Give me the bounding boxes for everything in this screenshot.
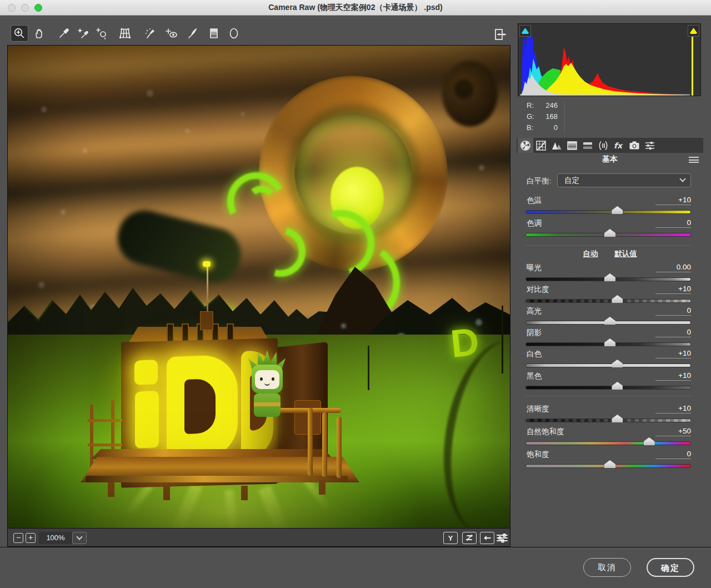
blacks-track[interactable] (526, 386, 690, 389)
white-balance-tool-button[interactable] (56, 26, 72, 41)
ok-button[interactable]: 确定 (647, 558, 694, 577)
temperature-value[interactable]: +10 (655, 196, 691, 205)
contrast-thumb[interactable] (612, 295, 623, 303)
before-after-view-button[interactable]: Y (443, 532, 458, 544)
tab-camera-calibration[interactable] (627, 138, 642, 153)
tab-split-toning[interactable] (580, 138, 595, 153)
zoom-in-button[interactable]: + (26, 533, 36, 543)
slider-tint: 色调 0 (517, 218, 703, 241)
tab-effects[interactable]: fx (611, 138, 627, 153)
swap-icon (465, 534, 474, 542)
tab-hsl-grayscale[interactable] (564, 138, 580, 153)
tab-presets[interactable] (642, 138, 658, 153)
adjustments-panel: R:246 G:168 B:0 fx (517, 22, 703, 547)
swap-before-after-button[interactable] (462, 532, 477, 544)
highlights-value[interactable]: 0 (655, 306, 691, 316)
tab-detail[interactable] (549, 138, 564, 153)
slider-saturation: 饱和度 0 (517, 450, 703, 472)
shadow-clipping-button[interactable] (519, 25, 531, 37)
vibrance-track[interactable] (526, 442, 690, 445)
panel-tabs: fx (517, 138, 703, 153)
preview-preferences-button[interactable] (494, 532, 510, 544)
sliders-icon (496, 533, 508, 543)
toggle-fullscreen-button[interactable] (491, 27, 509, 42)
zoom-tool-button[interactable] (11, 26, 28, 41)
panel-menu-icon[interactable] (689, 157, 699, 163)
transform-tool-button[interactable] (117, 26, 133, 41)
zoom-icon (13, 27, 26, 40)
zoom-out-button[interactable]: − (13, 533, 23, 543)
adjustment-brush-tool-button[interactable] (184, 26, 201, 41)
slider-exposure: 曝光 0.00 (517, 263, 703, 285)
shadow-clipping-icon (522, 28, 529, 34)
slider-highlights: 高光 0 (517, 306, 703, 328)
rgb-readout-g: G:168 (527, 112, 558, 121)
vibrance-value[interactable]: +50 (655, 427, 691, 436)
preview-statusbar: − + 100% Y (8, 528, 510, 546)
camera-icon (628, 139, 640, 152)
histogram[interactable] (518, 23, 701, 96)
saturation-thumb[interactable] (604, 460, 615, 468)
exposure-value[interactable]: 0.00 (655, 263, 691, 272)
whites-value[interactable]: +10 (655, 349, 691, 358)
svg-text:fx: fx (614, 141, 623, 150)
graduated-filter-tool-button[interactable] (206, 26, 222, 41)
blacks-value[interactable]: +10 (655, 371, 691, 381)
rgb-readout-b: B:0 (527, 123, 558, 132)
temperature-track[interactable] (526, 211, 690, 213)
whites-track[interactable] (526, 364, 690, 367)
shadows-thumb[interactable] (604, 338, 615, 346)
default-link[interactable]: 默认值 (614, 250, 637, 258)
lens-icon (597, 139, 609, 152)
copy-settings-button[interactable] (480, 532, 494, 544)
camera-raw-dialog: Camera Raw (物理天空案例02（卡通场景） .psd) (0, 0, 711, 588)
white-balance-eyedropper-icon (57, 27, 71, 40)
hsl-icon (566, 139, 578, 152)
tint-value[interactable]: 0 (655, 218, 691, 228)
tint-thumb[interactable] (604, 229, 615, 237)
white-balance-select[interactable]: 自定 (557, 173, 691, 187)
tab-tone-curve[interactable] (533, 138, 549, 153)
clarity-thumb[interactable] (612, 415, 623, 422)
presets-sliders-icon (644, 139, 656, 152)
split-toning-icon (582, 139, 594, 152)
histogram-plot (518, 24, 700, 96)
cancel-button[interactable]: 取消 (583, 558, 631, 577)
whites-thumb[interactable] (612, 360, 623, 367)
auto-link[interactable]: 自动 (583, 250, 598, 258)
red-eye-removal-tool-button[interactable] (163, 26, 180, 41)
zoom-level-dropdown[interactable] (72, 532, 87, 544)
clarity-value[interactable]: +10 (655, 404, 691, 413)
highlight-clipping-button[interactable] (688, 25, 699, 37)
saturation-value[interactable]: 0 (655, 450, 691, 459)
vibrance-thumb[interactable] (644, 437, 655, 445)
color-sampler-icon (76, 27, 89, 40)
chevron-down-icon (76, 534, 82, 540)
chevron-down-icon (679, 176, 685, 182)
image-preview[interactable]: D (8, 46, 510, 528)
panel-title: 基本 (517, 155, 703, 165)
slider-whites: 白色 +10 (517, 349, 703, 371)
panel-header: 基本 (517, 153, 703, 166)
scene-vignette (8, 46, 510, 528)
titlebar: Camera Raw (物理天空案例02（卡通场景） .psd) (0, 0, 711, 16)
tab-basic[interactable] (518, 138, 533, 153)
window-title: Camera Raw (物理天空案例02（卡通场景） .psd) (0, 3, 711, 13)
temperature-thumb[interactable] (612, 206, 623, 214)
zoom-level-field[interactable]: 100% (39, 532, 72, 544)
shadows-value[interactable]: 0 (655, 328, 691, 337)
blacks-thumb[interactable] (612, 382, 623, 390)
radial-filter-tool-button[interactable] (226, 26, 242, 41)
color-sampler-tool-button[interactable] (74, 26, 91, 41)
exposure-thumb[interactable] (604, 273, 615, 281)
contrast-value[interactable]: +10 (655, 285, 691, 294)
contrast-track[interactable] (526, 300, 690, 302)
clarity-track[interactable] (526, 419, 690, 422)
readout-divider (564, 101, 565, 133)
tab-lens-corrections[interactable] (595, 138, 611, 153)
hand-tool-button[interactable] (31, 26, 48, 41)
highlight-clipping-icon (690, 28, 697, 34)
spot-removal-tool-button[interactable] (142, 26, 159, 41)
highlights-thumb[interactable] (604, 317, 615, 325)
targeted-adjustment-tool-button[interactable] (93, 26, 110, 41)
